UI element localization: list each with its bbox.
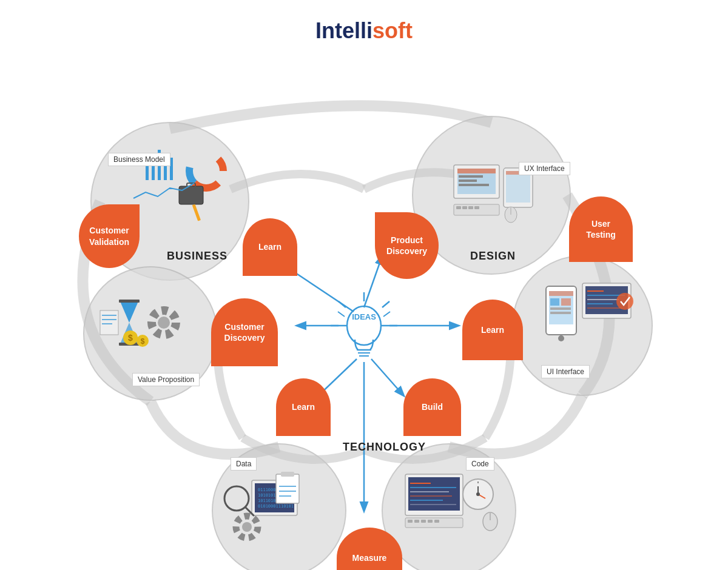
- svg-rect-44: [454, 204, 499, 215]
- svg-text:$: $: [141, 337, 145, 346]
- svg-text:01010001110101: 01010001110101: [258, 504, 294, 509]
- callout-value-proposition: Value Proposition: [132, 373, 200, 386]
- svg-point-114: [476, 492, 480, 496]
- svg-rect-61: [100, 310, 118, 335]
- svg-rect-45: [456, 206, 461, 209]
- svg-rect-97: [408, 477, 460, 511]
- logo-intelli: Intelli: [315, 18, 372, 43]
- logo: Intellisoft: [0, 0, 728, 44]
- svg-line-23: [371, 359, 403, 395]
- svg-line-15: [338, 312, 345, 317]
- logo-soft: soft: [372, 18, 413, 43]
- svg-rect-105: [408, 520, 413, 523]
- leaf-product-discovery: Product Discovery: [375, 212, 439, 279]
- svg-rect-29: [170, 158, 173, 180]
- svg-rect-89: [276, 474, 299, 503]
- svg-rect-38: [459, 175, 483, 178]
- svg-rect-70: [550, 307, 571, 310]
- svg-rect-107: [421, 520, 426, 523]
- svg-rect-69: [561, 298, 571, 306]
- callout-data: Data: [231, 457, 257, 471]
- callout-ui-interface: UI Interface: [541, 365, 590, 378]
- callout-code: Code: [466, 457, 494, 471]
- svg-rect-109: [434, 520, 439, 523]
- leaf-learn-top-left: Learn: [243, 218, 297, 276]
- callout-ux-interface: UX Interface: [519, 162, 570, 175]
- section-label-technology: TECHNOLOGY: [343, 441, 426, 454]
- svg-rect-42: [506, 171, 530, 203]
- leaf-build-label: Build: [422, 401, 443, 412]
- svg-line-12: [382, 301, 389, 307]
- leaf-learn-bottom-label: Learn: [292, 401, 315, 412]
- svg-rect-39: [459, 179, 477, 182]
- svg-rect-46: [462, 206, 467, 209]
- svg-point-95: [242, 522, 252, 532]
- svg-line-16: [383, 312, 390, 317]
- diagram-container: IDEAS: [0, 50, 728, 570]
- leaf-learn-bottom: Learn: [276, 378, 331, 436]
- section-label-design: DESIGN: [470, 250, 516, 263]
- leaf-customer-validation: Customer Validation: [79, 204, 140, 268]
- diagram-svg: IDEAS: [0, 50, 728, 570]
- svg-rect-68: [550, 298, 559, 306]
- leaf-user-testing: User Testing: [569, 196, 633, 262]
- svg-rect-48: [474, 206, 479, 209]
- svg-rect-37: [457, 169, 496, 173]
- leaf-customer-validation-label: Customer Validation: [89, 225, 129, 247]
- svg-rect-53: [119, 300, 140, 303]
- svg-rect-32: [179, 186, 203, 204]
- leaf-customer-discovery: Customer Discovery: [211, 298, 278, 366]
- svg-rect-104: [405, 518, 463, 528]
- section-label-business: BUSINESS: [167, 250, 228, 263]
- leaf-learn-right: Learn: [462, 300, 523, 360]
- leaf-build: Build: [403, 378, 461, 436]
- leaf-product-discovery-label: Product Discovery: [386, 235, 427, 256]
- leaf-learn-top-left-label: Learn: [258, 241, 281, 252]
- svg-point-56: [158, 317, 170, 329]
- svg-text:IDEAS: IDEAS: [352, 312, 376, 321]
- leaf-learn-right-label: Learn: [481, 324, 504, 335]
- svg-rect-71: [550, 312, 571, 314]
- svg-point-80: [616, 293, 633, 310]
- leaf-customer-discovery-label: Customer Discovery: [224, 321, 265, 343]
- callout-business-model: Business Model: [108, 153, 170, 166]
- svg-rect-106: [414, 520, 419, 523]
- svg-text:$: $: [128, 333, 133, 343]
- svg-rect-47: [468, 206, 473, 209]
- svg-rect-40: [459, 184, 489, 186]
- svg-point-72: [558, 335, 564, 341]
- svg-rect-67: [549, 291, 573, 296]
- leaf-measure-label: Measure: [352, 552, 387, 563]
- svg-rect-90: [281, 472, 294, 477]
- leaf-user-testing-label: User Testing: [586, 218, 616, 240]
- svg-rect-108: [428, 520, 433, 523]
